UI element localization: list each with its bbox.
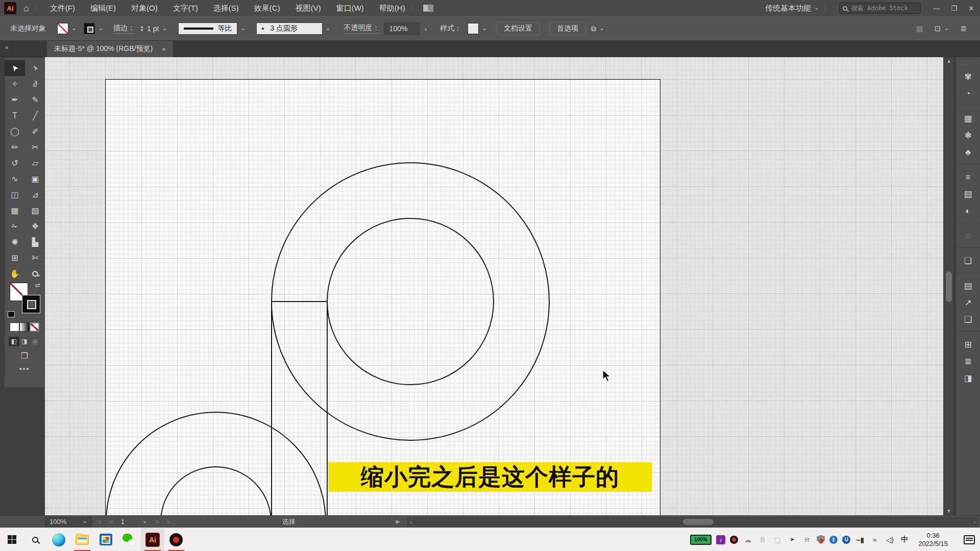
direct-selection-tool[interactable]: ➢ (25, 60, 45, 76)
menu-item[interactable]: 窗口(W) (336, 4, 364, 13)
style-dropdown-icon[interactable] (479, 24, 487, 33)
stroke-color-swatch[interactable] (84, 23, 95, 34)
start-button[interactable] (0, 528, 23, 551)
color-panel-icon[interactable]: ✾ (956, 68, 980, 85)
paintbrush-tool[interactable]: ✐ (25, 123, 45, 139)
opacity-input[interactable]: 100% (384, 22, 420, 35)
hand-tool[interactable]: ✋ (5, 266, 25, 282)
arrange-documents-icon[interactable] (423, 5, 433, 12)
next-artboard-icon[interactable]: ▶ (156, 518, 160, 525)
slice-tool[interactable]: ✄ (25, 250, 45, 266)
draw-normal-icon[interactable]: ◧ (9, 337, 19, 346)
power-plug-icon[interactable]: ⌁▮ (855, 535, 865, 545)
menu-item[interactable]: 编辑(E) (90, 4, 116, 13)
variable-width-profile-select[interactable]: 等比 (178, 22, 237, 35)
gradient-tool[interactable]: ▧ (25, 203, 45, 218)
stroke-dropdown-icon[interactable] (95, 24, 103, 33)
shaper-tool[interactable]: ✏ (5, 139, 25, 155)
scroll-left-icon[interactable]: ‹ (407, 517, 414, 527)
more-options-icon[interactable]: ⧉ (591, 24, 604, 33)
profile-dropdown-icon[interactable] (237, 24, 246, 33)
lasso-tool[interactable]: ∂ (25, 76, 45, 92)
draw-inside-icon[interactable]: ▣ (30, 337, 40, 346)
menu-item[interactable]: 选择(S) (213, 4, 239, 13)
workspace-switcher[interactable]: 传统基本功能 (765, 4, 819, 13)
microphone-icon[interactable]: ⍾ (802, 535, 812, 545)
menu-item[interactable]: 对象(O) (131, 4, 158, 13)
horizontal-scrollbar[interactable]: ‹ › (407, 517, 978, 527)
last-artboard-icon[interactable]: ▶| (167, 518, 173, 525)
align-options-icon[interactable]: ⊡ (935, 24, 949, 33)
wifi-icon[interactable]: ≈ (870, 535, 880, 545)
tray-shield-u-icon[interactable]: U (842, 536, 850, 544)
magic-wand-tool[interactable]: ✧ (5, 76, 25, 92)
home-icon[interactable]: ⌂ (23, 3, 29, 14)
recorder-app-button[interactable] (164, 528, 188, 551)
scale-tool[interactable]: ▱ (25, 155, 45, 171)
layers-panel-icon[interactable]: ▤ (956, 278, 980, 294)
tray-app-icon[interactable]: ♪ (716, 535, 725, 544)
rail-grip[interactable] (961, 59, 975, 65)
tray-pointer-icon[interactable]: ➤ (787, 535, 797, 545)
transform-panel-icon[interactable]: ⊞ (956, 336, 980, 353)
bluetooth-icon[interactable]: ᛒ (829, 536, 838, 544)
symbols-panel-icon[interactable]: ♣ (956, 144, 980, 161)
menu-item[interactable]: 视图(V) (296, 4, 321, 13)
stroke-weight-stepper[interactable]: ▲▼ (140, 25, 144, 32)
document-tab[interactable]: 未标题-5* @ 100% (RGB/预览) × (47, 41, 174, 57)
battery-status-icon[interactable]: 100% (690, 535, 712, 545)
default-fill-stroke-icon[interactable] (8, 311, 15, 317)
stroke-weight-value[interactable]: 1 pt (147, 24, 159, 33)
canvas-pasteboard[interactable]: 缩小完之后是这个样子的 (45, 57, 943, 515)
menu-item[interactable]: 帮助(H) (379, 4, 405, 13)
fill-dropdown-icon[interactable] (68, 24, 77, 33)
edge-app-button[interactable] (47, 528, 70, 551)
fill-color-swatch[interactable] (57, 23, 68, 34)
menu-item[interactable]: 文件(F) (50, 4, 75, 13)
zoom-tool[interactable]: Q (25, 266, 45, 282)
menu-item[interactable]: 文字(T) (173, 4, 198, 13)
restore-button[interactable]: ❐ (945, 0, 963, 16)
align-panel-icon[interactable]: ≣ (956, 353, 980, 370)
stroke-panel-icon[interactable]: ≡ (956, 169, 980, 186)
export-panel-icon[interactable]: ↗ (956, 294, 980, 311)
brush-definition-select[interactable]: • 3 点圆形 (256, 22, 323, 35)
panel-menu-icon[interactable]: ≣ (960, 24, 967, 33)
preferences-button[interactable]: 首选项 (549, 22, 586, 35)
selection-tool[interactable]: ➤ (5, 60, 25, 76)
gradient-button[interactable] (19, 322, 29, 332)
pathfinder-panel-icon[interactable]: ◨ (956, 370, 980, 387)
artboards-panel-icon[interactable]: ❏ (956, 311, 980, 328)
taskbar-search-button[interactable] (23, 528, 47, 551)
symbol-sprayer-tool[interactable]: ✺ (5, 234, 25, 250)
minimize-button[interactable]: — (928, 0, 945, 16)
scroll-up-icon[interactable]: ▲ (944, 57, 954, 65)
color-button[interactable] (10, 322, 19, 332)
libraries-panel-icon[interactable]: ◌ (956, 228, 980, 244)
change-screen-mode-icon[interactable]: ❐ (5, 351, 44, 361)
edit-toolbar-icon[interactable]: ••• (5, 365, 44, 373)
scissors-tool[interactable]: ✂ (25, 139, 45, 155)
pen-tool[interactable]: ✒ (5, 92, 25, 108)
artboard-navigation-select[interactable]: 1 (116, 517, 152, 527)
line-segment-tool[interactable]: ╱ (25, 108, 45, 123)
status-flyout-icon[interactable]: ▶ (396, 518, 400, 525)
transparency-panel-icon[interactable]: ◐ (956, 203, 980, 219)
onedrive-icon[interactable]: ☁ (743, 535, 753, 545)
grid-snap-icon[interactable]: ▦ (916, 24, 923, 33)
free-transform-tool[interactable]: ▣ (25, 171, 45, 187)
tray-window-icon[interactable]: ▢ (772, 535, 782, 545)
color-guide-panel-icon[interactable]: ◔ (956, 85, 980, 102)
rotate-tool[interactable]: ↺ (5, 155, 25, 171)
tray-b-icon[interactable]: B (757, 535, 768, 545)
swatches-panel-icon[interactable]: ▦ (956, 110, 980, 127)
clock[interactable]: 0:36 2022/5/15 (914, 532, 952, 548)
eyedropper-tool[interactable]: ✁ (5, 218, 25, 234)
volume-icon[interactable]: ◁) (885, 535, 895, 545)
gradient-panel-icon[interactable]: ▧ (956, 186, 980, 203)
scroll-down-icon[interactable]: ▼ (944, 507, 954, 515)
none-button[interactable] (30, 322, 39, 332)
stroke-weight-label[interactable]: 描边： (113, 23, 135, 34)
column-graph-tool[interactable]: ▙ (25, 234, 45, 250)
first-artboard-icon[interactable]: |◀ (95, 518, 101, 525)
